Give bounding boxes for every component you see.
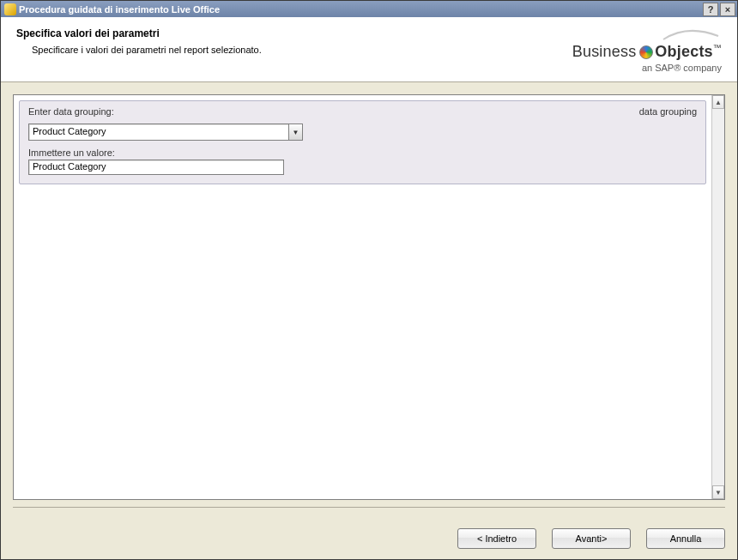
scroll-track[interactable] [712,109,724,485]
logo-bold: Objects [655,43,712,60]
titlebar: Procedura guidata di inserimento Live Of… [0,0,738,17]
help-icon: ? [708,4,714,15]
page-subtitle: Specificare i valori dei parametri nel r… [32,45,572,55]
help-button[interactable]: ? [703,3,718,16]
cancel-button[interactable]: Annulla [646,528,725,549]
value-field-text: Product Category [33,161,106,172]
dialog-frame: Specifica valori dei parametri Specifica… [0,17,738,560]
logo-prefix: Business [572,43,637,60]
window-title: Procedura guidata di inserimento Live Of… [16,4,701,15]
logo-globe-icon [639,45,653,59]
triangle-down-icon: ▼ [715,489,722,497]
close-icon: × [725,4,730,15]
back-button-label: < Indietro [477,533,517,544]
data-grouping-combo[interactable]: Product Category ▼ [28,123,303,141]
header-text-block: Specifica valori dei parametri Specifica… [16,27,572,55]
cancel-button-label: Annulla [670,533,702,544]
logo-swoosh-icon [572,27,722,43]
parameter-group: Enter data grouping: data grouping Produ… [19,100,706,184]
page-title: Specifica valori dei parametri [16,27,572,39]
parameters-body: Enter data grouping: data grouping Produ… [14,95,711,499]
app-icon [4,3,16,15]
combo-selected-text: Product Category [29,124,288,140]
parameter-group-header: Enter data grouping: data grouping [20,101,705,120]
combo-dropdown-button[interactable]: ▼ [288,124,302,140]
close-button[interactable]: × [720,3,735,16]
triangle-up-icon: ▲ [715,99,722,106]
content-area: Enter data grouping: data grouping Produ… [1,82,737,528]
scroll-down-button[interactable]: ▼ [712,485,724,499]
scroll-up-button[interactable]: ▲ [712,95,724,109]
parameter-group-name: data grouping [639,106,697,117]
logo-text: BusinessObjects™ [572,43,722,61]
brand-logo: BusinessObjects™ an SAP® company [572,27,722,73]
back-button[interactable]: < Indietro [457,528,536,549]
next-button-label: Avanti> [576,533,608,544]
next-button[interactable]: Avanti> [552,528,631,549]
wizard-header: Specifica valori dei parametri Specifica… [1,17,737,82]
vertical-scrollbar[interactable]: ▲ ▼ [711,95,725,499]
logo-tagline: an SAP® company [572,63,722,73]
value-field-label: Immettere un valore: [28,148,697,158]
wizard-button-bar: < Indietro Avanti> Annulla [1,528,737,559]
parameter-group-body: Product Category ▼ Immettere un valore: … [20,120,705,184]
value-field[interactable]: Product Category [28,160,284,175]
parameter-group-prompt: Enter data grouping: [28,106,639,117]
logo-trademark-icon: ™ [713,43,722,52]
footer-divider [13,507,725,508]
chevron-down-icon: ▼ [293,129,299,136]
parameters-panel: Enter data grouping: data grouping Produ… [13,94,725,500]
